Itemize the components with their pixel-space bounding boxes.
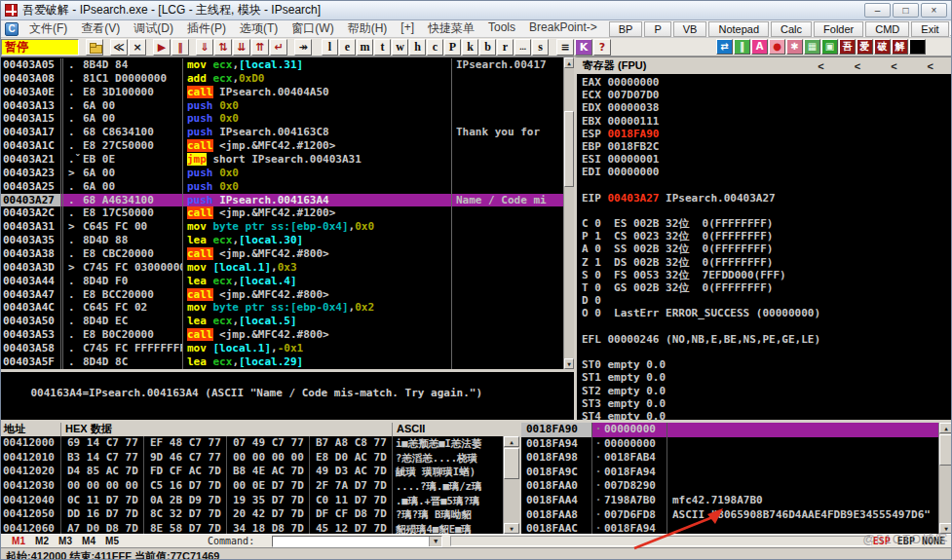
menu-item-11[interactable]: BreakPoint-> xyxy=(522,19,604,38)
step-into-button[interactable]: ⇓ xyxy=(196,39,213,56)
animate-into-button[interactable]: ⇊ xyxy=(233,39,250,56)
register-line[interactable]: T 0 GS 002B 32位 0(FFFFFFFF) xyxy=(577,281,952,294)
register-line[interactable]: ESP 0018FA90 xyxy=(577,128,952,140)
register-line[interactable]: S 0 FS 0053 32位 7EFDD000(FFF) xyxy=(577,269,952,281)
step-over-button[interactable]: ⇅ xyxy=(214,39,232,56)
register-line[interactable]: EFL 00000246 (NO,NB,E,BE,NS,PE,GE,LE) xyxy=(577,333,952,346)
letter-button-c[interactable]: c xyxy=(427,39,443,56)
menu-item-3[interactable]: 调试(D) xyxy=(127,19,180,38)
quick-button-p[interactable]: P xyxy=(644,21,670,37)
stack-follow-button-ebp[interactable]: EBP xyxy=(897,536,915,546)
menu-item-6[interactable]: 窗口(W) xyxy=(285,19,340,38)
po-icon[interactable]: 破 xyxy=(874,39,891,55)
register-line[interactable]: O 0 LastErr ERROR_SUCCESS (00000000) xyxy=(577,307,952,319)
disasm-row[interactable]: 00403A5F.8D4D 8Clea ecx,[local.29] xyxy=(1,355,563,369)
minimize-button[interactable]: – xyxy=(864,3,891,18)
scroll-down-icon[interactable]: ▼ xyxy=(939,523,952,534)
disasm-row[interactable]: 00403A05.8B4D 84mov ecx,[local.31]IPsear… xyxy=(1,58,563,72)
quick-button-exit[interactable]: Exit xyxy=(911,21,948,37)
memory-bookmark-button-m3[interactable]: M3 xyxy=(54,536,77,546)
disasm-row[interactable]: 00403A44.8D4D F0lea ecx,[local.4] xyxy=(1,275,563,288)
register-line[interactable]: ECX 007D07D0 xyxy=(577,89,952,101)
dump-row[interactable]: 00412020D4 85 AC 7DFD CF AC 7DB8 4E AC 7… xyxy=(1,465,503,479)
register-line[interactable] xyxy=(577,320,952,333)
stack-row[interactable]: 0018FAAC·0018FA94 xyxy=(521,522,938,534)
disasm-scrollbar[interactable]: ▲ ▼ xyxy=(563,57,574,369)
dump-row[interactable]: 004120400C 11 D7 7D0A 2B D9 7D19 35 D7 7… xyxy=(1,494,503,508)
letter-button-k[interactable]: k xyxy=(462,39,478,56)
stack-follow-button-none[interactable]: NONE xyxy=(922,536,945,546)
menu-item-7[interactable]: 帮助(H) xyxy=(341,19,395,38)
register-line[interactable]: ST3 empty 0.0 xyxy=(577,397,952,410)
stack-scrollbar[interactable]: ▲ ▼ xyxy=(938,423,952,534)
scroll-up-icon[interactable]: ▲ xyxy=(504,436,519,447)
letter-button-P[interactable]: P xyxy=(444,39,461,56)
stack-follow-button-esp[interactable]: ESP xyxy=(873,536,891,546)
scroll-thumb[interactable] xyxy=(564,111,574,187)
stack-row[interactable]: 0018FA9C·0018FA94 xyxy=(521,466,938,480)
scroll-down-icon[interactable]: ▼ xyxy=(504,523,519,534)
black-square-icon[interactable] xyxy=(909,39,926,55)
disasm-row[interactable]: 00403A13.6A 00push 0x0 xyxy=(1,99,563,113)
collapse-chevron-button[interactable]: < xyxy=(891,60,896,72)
dump-row[interactable]: 00412010B3 14 C7 779D 46 C7 7700 00 00 0… xyxy=(1,451,503,466)
letter-button-t[interactable]: t xyxy=(374,39,391,56)
letter-button-l[interactable]: l xyxy=(322,39,338,56)
menu-item-5[interactable]: 选项(T) xyxy=(233,19,285,38)
register-line[interactable]: Z 1 DS 002B 32位 0(FFFFFFFF) xyxy=(577,256,952,269)
scroll-up-icon[interactable]: ▲ xyxy=(939,423,952,433)
disasm-row[interactable]: 00403A23>6A 00push 0x0 xyxy=(1,167,563,180)
letter-button-r[interactable]: r xyxy=(497,39,514,56)
flower-icon[interactable]: ✱ xyxy=(786,39,803,55)
analyze-icon[interactable]: A xyxy=(751,39,768,55)
letter-button-w[interactable]: w xyxy=(392,39,408,56)
disasm-row[interactable]: 00403A25.6A 00push 0x0 xyxy=(1,180,563,194)
register-line[interactable]: C 0 ES 002B 32位 0(FFFFFFFF) xyxy=(577,217,952,230)
disasm-row[interactable]: 00403A47.E8 BCC20000call <jmp.&MFC42.#80… xyxy=(1,288,563,302)
stack-row[interactable]: 0018FA98·0018FAB4 xyxy=(521,451,938,466)
help-button[interactable]: ? xyxy=(593,39,611,56)
memory-bookmark-button-m1[interactable]: M1 xyxy=(7,536,30,546)
collapse-chevron-button[interactable]: < xyxy=(928,60,933,72)
run-button[interactable]: ▶ xyxy=(153,39,171,56)
disasm-row[interactable]: 00403A35.8D4D 88lea ecx,[local.30] xyxy=(1,234,563,247)
collapse-chevron-button[interactable]: < xyxy=(818,60,823,72)
pause-plugin-icon[interactable]: ‖ xyxy=(734,39,750,55)
command-combobox[interactable]: ▼ xyxy=(272,536,442,547)
dump-scrollbar[interactable]: ▲ ▼ xyxy=(503,436,519,534)
quick-button-calc[interactable]: Calc xyxy=(771,21,812,37)
disasm-row[interactable]: 00403A0E.E8 3D100000call IPsearch.00404A… xyxy=(1,86,563,99)
stack-row[interactable]: 0018FAA0·007D8290 xyxy=(521,479,938,494)
letter-button-m[interactable]: m xyxy=(357,39,373,56)
dump-row[interactable]: 0041200069 14 C7 77EF 48 C7 7707 49 C7 7… xyxy=(1,436,503,451)
menu-item-2[interactable]: 查看(V) xyxy=(74,19,127,38)
menu-item-10[interactable]: Tools xyxy=(481,19,522,38)
command-input[interactable] xyxy=(273,537,429,546)
open-file-button[interactable] xyxy=(86,39,103,56)
command-secondary-field[interactable] xyxy=(450,536,871,546)
stack-row[interactable]: 0018FAA4·7198A7B0mfc42.7198A7B0 xyxy=(521,494,938,508)
jie-icon[interactable]: 解 xyxy=(892,39,908,55)
register-line[interactable]: EDI 00000000 xyxy=(577,166,952,178)
scroll-thumb[interactable] xyxy=(504,448,519,479)
disasm-row[interactable]: 00403A3D>C745 FC 03000000mov [local.1],0… xyxy=(1,261,563,275)
scroll-thumb[interactable] xyxy=(939,434,952,466)
memory-bookmark-button-m2[interactable]: M2 xyxy=(30,536,54,546)
disasm-row[interactable]: 00403A58.C745 FC FFFFFFFFmov [local.1],-… xyxy=(1,342,563,355)
ai-icon[interactable]: 爱 xyxy=(857,39,873,55)
register-line[interactable]: EIP 00403A27 IPsearch.00403A27 xyxy=(577,192,952,205)
memory-bookmark-button-m4[interactable]: M4 xyxy=(77,536,100,546)
disasm-row[interactable]: 00403A27.68 A4634100push IPsearch.004163… xyxy=(1,194,563,207)
pause-button[interactable]: ‖ xyxy=(171,39,189,56)
memory-bookmark-button-m5[interactable]: M5 xyxy=(100,536,124,546)
dump-row[interactable]: 00412060A7 D0 D8 7D8E 58 D7 7D34 18 D8 7… xyxy=(1,522,503,534)
dump-row[interactable]: 00412050DD 16 D7 7D8C 32 D7 7D20 42 D7 7… xyxy=(1,507,503,522)
register-line[interactable]: EDX 00000038 xyxy=(577,101,952,114)
letter-button-b[interactable]: b xyxy=(479,39,496,56)
stack-row[interactable]: 0018FA94·00000000 xyxy=(521,437,938,452)
disasm-row[interactable]: 00403A50.8D4D EClea ecx,[local.5] xyxy=(1,315,563,328)
dropdown-arrow-icon[interactable]: ▼ xyxy=(429,537,441,546)
menu-item-4[interactable]: 插件(P) xyxy=(180,19,233,38)
quick-button-bp[interactable]: BP xyxy=(609,21,643,37)
restart-button[interactable]: ≪ xyxy=(110,39,128,56)
